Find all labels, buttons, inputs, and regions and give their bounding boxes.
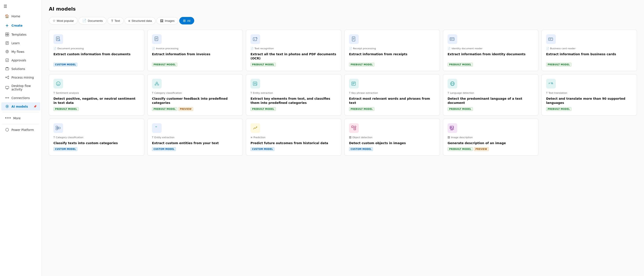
card-key-phrase[interactable]: TKey phrase extractionExtract most relev… xyxy=(344,74,440,116)
svg-point-14 xyxy=(8,76,9,77)
card-cat-icon-receipt-processing: 📄 xyxy=(349,47,352,50)
card-badges-sentiment-analysis: PREBUILT MODEL xyxy=(54,107,140,111)
card-icon-entity-extraction xyxy=(250,79,260,89)
card-text-translation[interactable]: AあTText translationDetect and translate … xyxy=(542,74,637,116)
card-cat-label-biz-card-reader: Business card reader xyxy=(550,47,576,50)
card-category-biz-card-reader: 📄Business card reader xyxy=(546,47,632,50)
sidebar-item-more[interactable]: ••• More xyxy=(1,114,40,122)
filter-label-documents: Documents xyxy=(88,19,103,23)
cards-grid: 📄Document processingExtract custom infor… xyxy=(49,30,637,156)
card-biz-card-reader[interactable]: 📄Business card readerExtract information… xyxy=(542,30,637,71)
svg-rect-0 xyxy=(6,33,7,34)
sidebar-item-home[interactable]: 🏠 Home xyxy=(1,12,40,21)
connections-icon xyxy=(5,96,9,100)
card-title-category-classification: Classify customer feedback into predefin… xyxy=(152,97,238,105)
svg-point-15 xyxy=(8,78,9,79)
sidebar-item-create[interactable]: + Create xyxy=(1,21,40,30)
card-title-invoice-processing: Extract information from invoices xyxy=(152,52,238,56)
sidebar-item-connections[interactable]: Connections xyxy=(1,94,40,102)
filter-btn-all[interactable]: ⊞All xyxy=(179,17,194,25)
filter-btn-images[interactable]: 🖼Images xyxy=(156,17,178,25)
card-cat-label-doc-processing: Document processing xyxy=(58,47,84,50)
card-category-receipt-processing: 📄Receipt processing xyxy=(349,47,435,50)
filter-label-most-popular: Most popular xyxy=(57,19,74,23)
card-entity-extraction[interactable]: TEntity extractionExtract key elements f… xyxy=(246,74,341,116)
badge-custom-model-prediction: CUSTOM MODEL xyxy=(250,147,274,151)
svg-point-43 xyxy=(451,39,452,40)
card-cat-label-key-phrase: Key phrase extraction xyxy=(352,92,378,94)
svg-marker-26 xyxy=(6,128,8,131)
badge-prebuilt-model-identity-doc-reader: PREBUILT MODEL xyxy=(448,63,473,67)
sidebar-item-process-mining[interactable]: Process mining xyxy=(1,73,40,81)
card-cat-label-receipt-processing: Receipt processing xyxy=(353,47,376,50)
badge-custom-model-category-classification-custom: CUSTOM MODEL xyxy=(54,147,78,151)
card-badges-identity-doc-reader: PREBUILT MODEL xyxy=(448,63,534,67)
card-badges-image-description: PREBUILT MODELPREVIEW xyxy=(448,147,534,151)
card-cat-icon-prediction: ≡ xyxy=(250,136,252,139)
card-category-classification-custom[interactable]: TCategory classificationClassify texts i… xyxy=(49,119,144,156)
card-sentiment-analysis[interactable]: TSentiment analysisDetect positive, nega… xyxy=(49,74,144,116)
card-cat-label-image-description: Image description xyxy=(451,136,473,139)
card-title-object-detection: Detect custom objects in images xyxy=(349,141,435,145)
card-icon-biz-card-reader xyxy=(546,34,556,44)
card-entity-extraction-custom[interactable]: "TEntity extractionExtract custom entiti… xyxy=(147,119,243,156)
sidebar-item-solutions[interactable]: Solutions xyxy=(1,65,40,73)
card-cat-icon-identity-doc-reader: 📄 xyxy=(448,47,451,50)
sidebar-item-ai-models[interactable]: AI models 📌 xyxy=(1,102,40,111)
badge-custom-model-entity-extraction-custom: CUSTOM MODEL xyxy=(152,147,176,151)
card-badges-key-phrase: PREBUILT MODEL xyxy=(349,107,435,111)
filter-btn-text[interactable]: TText xyxy=(107,17,124,25)
card-icon-doc-processing xyxy=(54,34,63,44)
sidebar-label-myflows: My flows xyxy=(12,50,24,54)
svg-point-22 xyxy=(8,98,9,98)
process-mining-icon xyxy=(5,76,9,79)
sidebar-label-templates: Templates xyxy=(12,33,26,36)
hamburger-menu[interactable]: ☰ xyxy=(0,2,42,11)
card-object-detection[interactable]: 🖼Object detectionDetect custom objects i… xyxy=(344,119,440,156)
sidebar-item-learn[interactable]: Learn xyxy=(1,39,40,47)
card-text-recognition[interactable]: T📄Text recognitionExtract all the text i… xyxy=(246,30,341,71)
badge-prebuilt-model-receipt-processing: PREBUILT MODEL xyxy=(349,63,374,67)
sidebar-item-myflows[interactable]: My flows xyxy=(1,48,40,56)
svg-point-53 xyxy=(155,84,156,85)
svg-rect-46 xyxy=(548,38,553,41)
svg-rect-2 xyxy=(7,33,9,34)
card-language-detection[interactable]: TLanguage detectionDetect the predominan… xyxy=(443,74,538,116)
filter-btn-documents[interactable]: 📄Documents xyxy=(78,17,106,25)
card-title-language-detection: Detect the predominant language of a tex… xyxy=(448,97,534,105)
badge-prebuilt-model-biz-card-reader: PREBUILT MODEL xyxy=(546,63,572,67)
card-category-category-classification: TCategory classification xyxy=(152,92,238,94)
card-cat-label-language-detection: Language detection xyxy=(450,92,474,94)
badge-prebuilt-model-text-translation: PREBUILT MODEL xyxy=(546,107,572,111)
svg-point-25 xyxy=(6,106,8,107)
filter-btn-structured-data[interactable]: ≡Structured data xyxy=(124,17,156,25)
card-title-doc-processing: Extract custom information from document… xyxy=(54,52,140,56)
sidebar-item-templates[interactable]: Templates xyxy=(1,30,40,39)
filter-label-structured-data: Structured data xyxy=(132,19,152,23)
sidebar-item-desktop-flow[interactable]: Desktop flow activity xyxy=(1,82,40,93)
card-doc-processing[interactable]: 📄Document processingExtract custom infor… xyxy=(49,30,144,71)
sidebar-item-approvals[interactable]: Approvals xyxy=(1,56,40,64)
card-cat-label-text-recognition: Text recognition xyxy=(254,47,274,50)
sidebar-item-power-platform[interactable]: Power Platform xyxy=(1,126,40,134)
card-image-description[interactable]: 🖼Image descriptionGenerate description o… xyxy=(443,119,538,156)
card-icon-text-recognition: T xyxy=(250,34,260,44)
ai-models-icon xyxy=(5,105,9,108)
card-badges-category-classification-custom: CUSTOM MODEL xyxy=(54,147,140,151)
card-cat-icon-text-translation: T xyxy=(546,92,548,94)
card-icon-key-phrase xyxy=(349,79,359,89)
card-identity-doc-reader[interactable]: 📄Identity document readerExtract informa… xyxy=(443,30,538,71)
card-cat-icon-invoice-processing: 📄 xyxy=(152,47,155,50)
card-badges-entity-extraction-custom: CUSTOM MODEL xyxy=(152,147,238,151)
card-invoice-processing[interactable]: 📄Invoice processingExtract information f… xyxy=(147,30,243,71)
desktop-flow-icon xyxy=(5,86,9,90)
card-prediction[interactable]: ≡PredictionPredict future outcomes from … xyxy=(246,119,341,156)
card-cat-label-category-classification-custom: Category classification xyxy=(56,136,83,139)
filter-btn-most-popular[interactable]: ☆Most popular xyxy=(49,17,78,25)
card-icon-object-detection xyxy=(349,123,359,133)
pin-icon[interactable]: 📌 xyxy=(34,105,37,108)
filter-icon-images: 🖼 xyxy=(160,19,164,23)
more-icon: ••• xyxy=(5,116,11,120)
card-category-classification[interactable]: TCategory classificationClassify custome… xyxy=(147,74,243,116)
card-receipt-processing[interactable]: 📄Receipt processingExtract information f… xyxy=(344,30,440,71)
